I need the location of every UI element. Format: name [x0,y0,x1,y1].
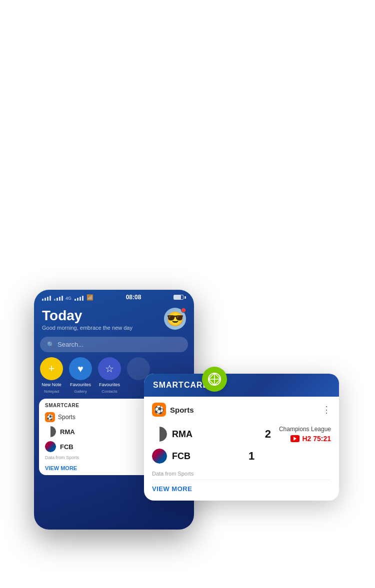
newnote-circle: + [40,357,63,380]
live-time: H2 75:21 [302,435,331,443]
smartcare-card-title: SMARTCARE [153,381,208,390]
smartcare-card-header: SMARTCARE [144,374,339,397]
favourites-gallery-label: Favourites [70,382,91,387]
view-more-large[interactable]: VIEW MORE [152,483,331,495]
sports-icon-large: ⚽ [152,403,166,417]
search-icon: 🔍 [47,341,54,348]
live-play-button[interactable] [290,435,300,442]
search-placeholder-text: Search... [58,341,84,348]
live-indicator: H2 75:21 [290,435,331,443]
data-source-large: Data from Sports [152,471,331,477]
today-label: Today [42,308,132,324]
search-bar[interactable]: 🔍 Search... [40,337,188,352]
basketball-fab[interactable] [202,367,227,392]
signal-icons: 4G 📶 [42,294,94,301]
phone-time: 08:08 [126,294,142,301]
fcb-score: 1 [246,450,258,463]
rma-score: 2 [262,428,274,441]
favourites-gallery-sublabel: Gallery [74,389,86,394]
quick-action-favourites-gallery[interactable]: ♥ Favourites Gallery [69,357,92,394]
phone-header: Today Good morning, embrace the new day … [34,303,194,335]
phone-rma-logo [45,426,56,437]
fcb-name: FCB [172,451,240,462]
fcb-logo-large [152,449,167,464]
newnote-sublabel: Notepad [44,389,59,394]
smartcare-card-body: ⚽ Sports ⋮ RMA 2 Champions League H2 75:… [144,397,339,501]
favourites-contacts-sublabel: Contacts [102,389,118,394]
rma-logo-large [152,427,167,442]
favourites-contacts-label: Favourites [99,382,120,387]
rma-name: RMA [172,429,257,440]
basketball-icon [208,372,222,386]
phone-sports-label: Sports [58,414,76,421]
favourites-gallery-circle: ♥ [69,357,92,380]
phone-status-bar: 4G 📶 08:08 [34,290,194,303]
score-row-rma: RMA 2 Champions League H2 75:21 [152,423,331,446]
newnote-label: New Note [42,382,62,387]
sports-row-large: ⚽ Sports ⋮ [152,403,331,417]
greeting-subtitle: Good morning, embrace the new day [42,325,132,331]
play-triangle-icon [294,437,296,441]
avatar-container[interactable]: 😎 [164,308,186,330]
phone-title: Today Good morning, embrace the new day [42,308,132,331]
notification-dot [181,308,186,313]
match-info: Champions League H2 75:21 [279,426,331,443]
score-row-fcb: FCB 1 [152,446,331,467]
smartcare-card: SMARTCARE ⚽ Sports ⋮ RMA 2 Champions Lea… [144,374,339,501]
competition-label: Champions League [279,426,331,433]
phone-sports-icon: ⚽ [45,412,55,422]
battery-icon [174,295,186,300]
sports-label-large: Sports [170,406,318,414]
phone-fcb-logo [45,441,56,452]
quick-action-newnote[interactable]: + New Note Notepad [40,357,63,394]
favourites-contacts-circle: ☆ [98,357,121,380]
more-options-icon[interactable]: ⋮ [322,404,331,415]
quick-action-favourites-contacts[interactable]: ☆ Favourites Contacts [98,357,121,394]
divider [152,480,331,480]
